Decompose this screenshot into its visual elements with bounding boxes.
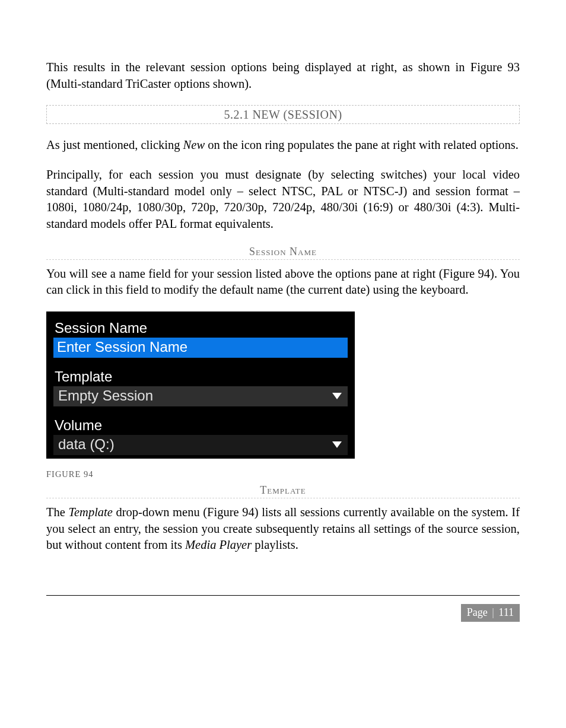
volume-select[interactable]: data (Q:): [53, 435, 348, 455]
volume-label: Volume: [55, 417, 348, 434]
paragraph-new-click: As just mentioned, clicking New on the i…: [46, 137, 520, 154]
chevron-down-icon: [332, 393, 342, 399]
text: on the icon ring populates the pane at r…: [205, 138, 519, 151]
page-footer: Page | 111: [46, 604, 520, 622]
figure-94-wrap: Session Name Template Empty Session Volu…: [46, 311, 520, 459]
text-italic-media-player: Media Player: [185, 538, 252, 551]
intro-paragraph: This results in the relevant session opt…: [46, 59, 520, 92]
template-label: Template: [55, 368, 348, 385]
subheading-session-name: Session Name: [46, 246, 520, 260]
volume-select-value: data (Q:): [58, 436, 115, 453]
figure-caption: FIGURE 94: [46, 469, 520, 479]
divider-bar: |: [489, 606, 497, 618]
session-name-input[interactable]: [53, 338, 348, 358]
text: As just mentioned, clicking: [46, 138, 183, 151]
footer-divider: [46, 595, 520, 596]
page-number-box: Page | 111: [461, 604, 520, 622]
text: The: [46, 506, 68, 519]
text: playlists.: [252, 538, 298, 551]
chevron-down-icon: [332, 441, 342, 448]
subheading-template: Template: [46, 484, 520, 498]
paragraph-name-field: You will see a name field for your sessi…: [46, 266, 520, 298]
session-name-label: Session Name: [55, 320, 348, 336]
session-options-pane: Session Name Template Empty Session Volu…: [46, 311, 355, 459]
paragraph-template-desc: The Template drop-down menu (Figure 94) …: [46, 504, 520, 554]
template-select-value: Empty Session: [58, 387, 153, 404]
text: This results in the relevant session opt…: [46, 61, 470, 74]
section-heading: 5.2.1 NEW (SESSION): [224, 108, 342, 121]
text-italic-new: New: [183, 138, 205, 151]
text-italic-template: Template: [68, 506, 112, 519]
template-select[interactable]: Empty Session: [53, 386, 348, 406]
paragraph-video-standard: Principally, for each session you must d…: [46, 167, 520, 233]
page-number: 111: [498, 606, 514, 618]
page-label: Page: [467, 606, 488, 618]
section-heading-box: 5.2.1 NEW (SESSION): [46, 105, 520, 124]
